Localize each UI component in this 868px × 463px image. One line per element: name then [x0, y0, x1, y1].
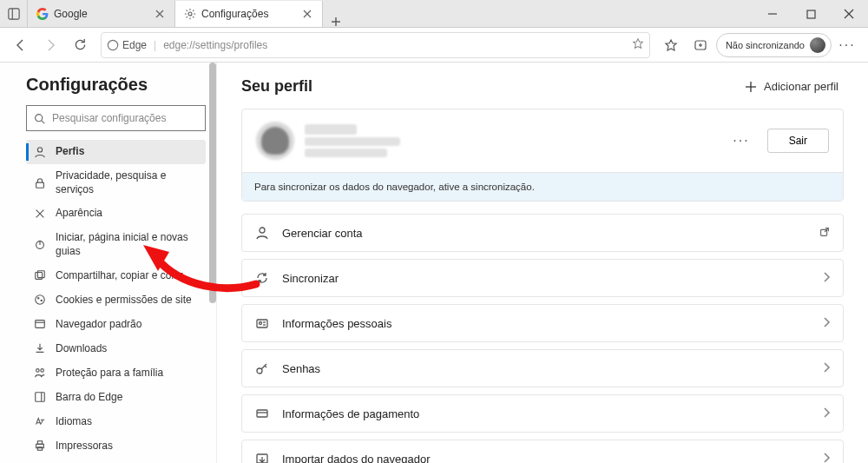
download-icon	[33, 341, 47, 355]
key-icon	[254, 360, 270, 376]
row-label: Senhas	[282, 362, 810, 375]
sidebar-item-label: Aparência	[56, 207, 102, 221]
forward-button[interactable]	[36, 31, 64, 59]
sidebar-item-label: Compartilhar, copiar e colar	[56, 269, 183, 283]
sidebar-item-label: Proteção para a família	[56, 367, 163, 380]
edge-logo-icon	[107, 39, 119, 51]
maximize-button[interactable]	[792, 0, 830, 28]
search-icon	[34, 113, 45, 124]
sidebar-scrollbar[interactable]	[209, 63, 216, 463]
svg-rect-0	[8, 8, 18, 18]
main-header: Seu perfil Adicionar perfil	[241, 76, 844, 96]
address-bar[interactable]: Edge | edge://settings/profiles	[101, 32, 650, 58]
tab-actions-button[interactable]	[0, 0, 28, 27]
sidebar-item-appearance[interactable]: Aparência	[26, 202, 206, 226]
content-area: Configurações Perfis Privacidade, pesqui…	[0, 63, 868, 463]
menu-button[interactable]: ···	[833, 31, 861, 59]
plus-icon	[745, 81, 757, 93]
search-input[interactable]	[50, 111, 198, 125]
page-title: Seu perfil	[241, 77, 312, 96]
gear-icon	[184, 8, 196, 20]
row-sync[interactable]: Sincronizar	[241, 259, 844, 297]
profile-card: ··· Sair Para sincronizar os dados do na…	[241, 109, 844, 202]
svg-point-13	[108, 40, 117, 50]
printer-icon	[33, 439, 47, 453]
back-button[interactable]	[7, 31, 35, 59]
svg-point-27	[41, 301, 42, 301]
profile-header: ··· Sair	[242, 109, 843, 172]
svg-rect-32	[36, 393, 45, 402]
row-manage-account[interactable]: Gerenciar conta	[241, 214, 844, 252]
favorites-button[interactable]	[657, 31, 685, 59]
row-import-data[interactable]: Importar dados do navegador	[241, 440, 844, 463]
external-link-icon	[819, 226, 831, 241]
family-icon	[33, 366, 47, 380]
settings-heading: Configurações	[26, 75, 206, 95]
sidebar-item-label: Perfis	[56, 145, 84, 159]
svg-point-19	[37, 148, 42, 152]
chevron-right-icon	[822, 317, 831, 330]
svg-rect-23	[36, 273, 43, 280]
svg-point-4	[188, 12, 192, 16]
svg-rect-35	[37, 441, 42, 445]
add-profile-button[interactable]: Adicionar perfil	[740, 76, 844, 96]
reading-mode-icon[interactable]	[632, 37, 644, 52]
row-payment-info[interactable]: Informações de pagamento	[241, 394, 844, 433]
svg-point-26	[38, 298, 39, 299]
close-icon[interactable]	[299, 6, 315, 22]
site-identity[interactable]: Edge	[107, 39, 147, 51]
sidebar-item-label: Idiomas	[56, 415, 92, 429]
sidebar-item-label: Cookies e permissões de site	[56, 294, 192, 308]
close-window-button[interactable]	[830, 0, 868, 28]
sidebar-item-languages[interactable]: Idiomas	[26, 409, 206, 433]
sidebar-item-label: Privacidade, pesquisa e serviços	[56, 169, 199, 196]
url-text: edge://settings/profiles	[163, 39, 625, 51]
sidebar-item-system[interactable]: Sistema e desempenho	[26, 458, 206, 463]
sidebar-item-privacy[interactable]: Privacidade, pesquisa e serviços	[26, 164, 206, 202]
svg-point-47	[260, 322, 262, 325]
card-icon	[254, 406, 270, 421]
profile-sync-status[interactable]: Não sincronizando	[716, 33, 832, 57]
settings-search[interactable]	[26, 105, 206, 131]
sync-status-text: Não sincronizando	[726, 40, 805, 50]
svg-point-25	[36, 295, 45, 305]
svg-rect-28	[36, 321, 45, 328]
sidebar-item-default-browser[interactable]: Navegador padrão	[26, 312, 206, 336]
logout-button[interactable]: Sair	[767, 129, 829, 153]
tab-settings[interactable]: Configurações	[175, 1, 323, 27]
sidebar-item-profiles[interactable]: Perfis	[26, 140, 206, 164]
svg-rect-36	[37, 447, 42, 451]
sidebar-item-edgebar[interactable]: Barra do Edge	[26, 385, 206, 409]
minimize-button[interactable]	[753, 0, 792, 28]
sidebar-item-cookies[interactable]: Cookies e permissões de site	[26, 288, 206, 312]
sidebar-item-printers[interactable]: Impressoras	[26, 433, 206, 458]
profile-avatar	[256, 122, 294, 160]
sidebar-item-family[interactable]: Proteção para a família	[26, 360, 206, 385]
idcard-icon	[254, 315, 270, 331]
sidebar-item-share[interactable]: Compartilhar, copiar e colar	[26, 263, 206, 288]
toolbar: Edge | edge://settings/profiles Não sinc…	[0, 28, 868, 63]
profile-more-button[interactable]: ···	[727, 129, 754, 152]
scrollbar-thumb[interactable]	[209, 63, 216, 303]
close-icon[interactable]	[152, 6, 168, 22]
collections-button[interactable]	[687, 31, 714, 59]
row-personal-info[interactable]: Informações pessoais	[241, 304, 844, 342]
tabs-strip: Google Configurações	[28, 0, 753, 27]
sync-info-banner: Para sincronizar os dados do navegador, …	[242, 172, 843, 201]
row-passwords[interactable]: Senhas	[241, 349, 844, 387]
separator: |	[154, 39, 156, 51]
sidebar-item-downloads[interactable]: Downloads	[26, 336, 206, 360]
svg-point-44	[260, 228, 265, 233]
chevron-right-icon	[822, 272, 831, 285]
tab-title: Configurações	[201, 8, 294, 20]
sidebar-item-startup[interactable]: Iniciar, página inicial e novas guias	[26, 226, 206, 263]
tab-google[interactable]: Google	[28, 1, 175, 27]
tab-title: Google	[54, 8, 147, 20]
settings-main: Seu perfil Adicionar perfil ··· Sair Par…	[217, 63, 868, 463]
svg-point-30	[36, 369, 40, 373]
svg-rect-24	[37, 271, 44, 278]
chevron-right-icon	[822, 407, 831, 420]
refresh-button[interactable]	[66, 31, 94, 59]
new-tab-button[interactable]	[323, 17, 349, 27]
window-controls	[753, 0, 868, 27]
